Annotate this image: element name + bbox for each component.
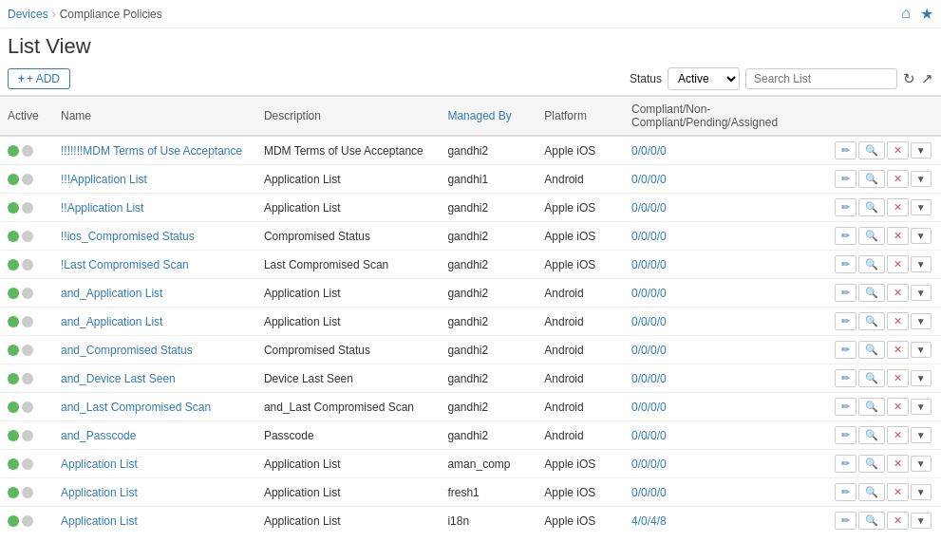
name-cell[interactable]: Application List <box>53 450 256 478</box>
more-button[interactable]: ▼ <box>911 342 932 358</box>
edit-button[interactable]: ✏ <box>835 284 856 302</box>
edit-button[interactable]: ✏ <box>835 398 856 416</box>
search-button[interactable]: 🔍 <box>858 369 885 387</box>
score-cell[interactable]: 0/0/0/0 <box>624 308 827 336</box>
policy-link[interactable]: Application List <box>61 486 138 499</box>
more-button[interactable]: ▼ <box>911 199 932 215</box>
delete-button[interactable]: ✕ <box>887 284 909 302</box>
policy-link[interactable]: and_Device Last Seen <box>61 372 176 385</box>
score-cell[interactable]: 0/0/0/0 <box>624 165 827 194</box>
edit-button[interactable]: ✏ <box>835 312 856 330</box>
score-cell[interactable]: 0/0/0/0 <box>624 478 827 507</box>
more-button[interactable]: ▼ <box>911 313 932 329</box>
delete-button[interactable]: ✕ <box>887 512 909 530</box>
edit-button[interactable]: ✏ <box>835 455 856 473</box>
more-button[interactable]: ▼ <box>911 427 932 443</box>
score-cell[interactable]: 0/0/0/0 <box>624 279 827 308</box>
actions-cell[interactable]: ✏ 🔍 ✕ ▼ <box>827 165 941 194</box>
edit-button[interactable]: ✏ <box>835 198 856 216</box>
score-cell[interactable]: 0/0/0/0 <box>624 136 827 165</box>
name-cell[interactable]: !!Application List <box>53 194 256 222</box>
delete-button[interactable]: ✕ <box>887 455 909 473</box>
score-cell[interactable]: 0/0/0/0 <box>624 222 827 251</box>
score-cell[interactable]: 0/0/0/0 <box>624 336 827 364</box>
delete-button[interactable]: ✕ <box>887 141 909 159</box>
name-cell[interactable]: Application List <box>53 478 256 507</box>
search-button[interactable]: 🔍 <box>858 198 885 216</box>
search-button[interactable]: 🔍 <box>858 341 885 359</box>
more-button[interactable]: ▼ <box>911 228 932 244</box>
edit-button[interactable]: ✏ <box>835 341 856 359</box>
refresh-button[interactable]: ↻ <box>903 70 915 87</box>
more-button[interactable]: ▼ <box>911 456 932 472</box>
search-button[interactable]: 🔍 <box>858 255 885 273</box>
policy-link[interactable]: and_Application List <box>61 315 162 328</box>
name-cell[interactable]: and_Application List <box>53 279 256 308</box>
name-cell[interactable]: and_Passcode <box>53 421 256 450</box>
score-cell[interactable]: 0/0/0/0 <box>624 421 827 450</box>
more-button[interactable]: ▼ <box>911 484 932 500</box>
policy-link[interactable]: !!!!!!!MDM Terms of Use Acceptance <box>61 144 242 158</box>
actions-cell[interactable]: ✏ 🔍 ✕ ▼ <box>827 507 941 533</box>
delete-button[interactable]: ✕ <box>887 170 909 188</box>
actions-cell[interactable]: ✏ 🔍 ✕ ▼ <box>827 222 941 251</box>
score-cell[interactable]: 4/0/4/8 <box>624 507 827 533</box>
search-button[interactable]: 🔍 <box>858 483 885 501</box>
score-cell[interactable]: 0/0/0/0 <box>624 251 827 279</box>
home-icon[interactable]: ⌂ <box>901 5 911 23</box>
actions-cell[interactable]: ✏ 🔍 ✕ ▼ <box>827 308 941 336</box>
score-cell[interactable]: 0/0/0/0 <box>624 194 827 222</box>
edit-button[interactable]: ✏ <box>835 369 856 387</box>
score-link[interactable]: 0/0/0/0 <box>631 344 667 357</box>
edit-button[interactable]: ✏ <box>835 141 856 159</box>
score-link[interactable]: 0/0/0/0 <box>631 486 667 499</box>
score-cell[interactable]: 0/0/0/0 <box>624 364 827 393</box>
actions-cell[interactable]: ✏ 🔍 ✕ ▼ <box>827 421 941 450</box>
search-button[interactable]: 🔍 <box>858 312 885 330</box>
breadcrumb-devices[interactable]: Devices <box>8 8 48 21</box>
policy-link[interactable]: !!!Application List <box>61 173 147 186</box>
actions-cell[interactable]: ✏ 🔍 ✕ ▼ <box>827 364 941 393</box>
search-button[interactable]: 🔍 <box>858 170 885 188</box>
policy-link[interactable]: and_Passcode <box>61 429 136 442</box>
search-button[interactable]: 🔍 <box>858 227 885 245</box>
search-input[interactable] <box>745 68 897 89</box>
add-button[interactable]: + + ADD <box>8 68 70 89</box>
edit-button[interactable]: ✏ <box>835 483 856 501</box>
name-cell[interactable]: !Last Compromised Scan <box>53 251 256 279</box>
search-button[interactable]: 🔍 <box>858 398 885 416</box>
score-link[interactable]: 0/0/0/0 <box>631 173 667 186</box>
search-button[interactable]: 🔍 <box>858 141 885 159</box>
name-cell[interactable]: and_Compromised Status <box>53 336 256 364</box>
more-button[interactable]: ▼ <box>911 256 932 272</box>
edit-button[interactable]: ✏ <box>835 426 856 444</box>
edit-button[interactable]: ✏ <box>835 170 856 188</box>
score-link[interactable]: 0/0/0/0 <box>631 287 667 300</box>
export-button[interactable]: ↗ <box>921 70 933 87</box>
delete-button[interactable]: ✕ <box>887 312 909 330</box>
name-cell[interactable]: and_Last Compromised Scan <box>53 393 256 421</box>
score-link[interactable]: 0/0/0/0 <box>631 457 667 471</box>
search-button[interactable]: 🔍 <box>858 426 885 444</box>
policy-link[interactable]: !!Application List <box>61 201 143 215</box>
actions-cell[interactable]: ✏ 🔍 ✕ ▼ <box>827 478 941 507</box>
policy-link[interactable]: Application List <box>61 457 138 471</box>
score-cell[interactable]: 0/0/0/0 <box>624 450 827 478</box>
score-cell[interactable]: 0/0/0/0 <box>624 393 827 421</box>
delete-button[interactable]: ✕ <box>887 483 909 501</box>
search-button[interactable]: 🔍 <box>858 455 885 473</box>
more-button[interactable]: ▼ <box>911 171 932 187</box>
search-button[interactable]: 🔍 <box>858 284 885 302</box>
edit-button[interactable]: ✏ <box>835 255 856 273</box>
score-link[interactable]: 0/0/0/0 <box>631 315 667 328</box>
more-button[interactable]: ▼ <box>911 285 932 301</box>
name-cell[interactable]: !!ios_Compromised Status <box>53 222 256 251</box>
more-button[interactable]: ▼ <box>911 399 932 415</box>
more-button[interactable]: ▼ <box>911 513 932 529</box>
delete-button[interactable]: ✕ <box>887 426 909 444</box>
delete-button[interactable]: ✕ <box>887 398 909 416</box>
status-select[interactable]: Active Inactive All <box>668 67 740 90</box>
actions-cell[interactable]: ✏ 🔍 ✕ ▼ <box>827 136 941 165</box>
delete-button[interactable]: ✕ <box>887 341 909 359</box>
actions-cell[interactable]: ✏ 🔍 ✕ ▼ <box>827 450 941 478</box>
